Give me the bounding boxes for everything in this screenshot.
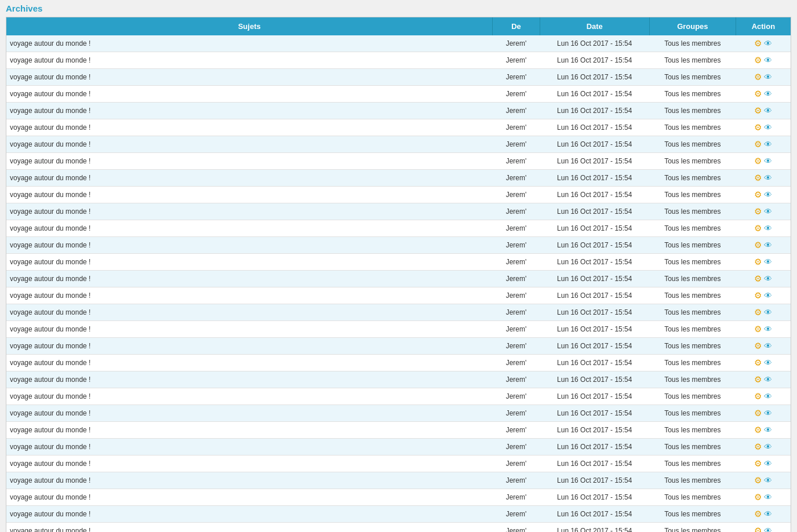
gear-icon[interactable]: ⚙	[754, 156, 762, 166]
gear-icon[interactable]: ⚙	[754, 374, 762, 385]
table-row: voyage autour du monde !Jerem'Lun 16 Oct…	[6, 271, 791, 287]
eye-icon[interactable]: 👁	[764, 526, 772, 532]
cell-date: Lun 16 Oct 2017 - 15:54	[540, 523, 649, 533]
cell-de: Jerem'	[493, 287, 540, 304]
eye-icon[interactable]: 👁	[764, 224, 772, 233]
eye-icon[interactable]: 👁	[764, 291, 772, 300]
eye-icon[interactable]: 👁	[764, 375, 772, 384]
gear-icon[interactable]: ⚙	[754, 206, 762, 217]
eye-icon[interactable]: 👁	[764, 39, 772, 48]
gear-icon[interactable]: ⚙	[754, 223, 762, 234]
table-container: Sujets De Date Groupes Action voyage aut…	[6, 17, 791, 532]
gear-icon[interactable]: ⚙	[754, 122, 762, 133]
gear-icon[interactable]: ⚙	[754, 240, 762, 250]
eye-icon[interactable]: 👁	[764, 341, 772, 351]
table-header-row: Sujets De Date Groupes Action	[6, 17, 791, 35]
table-row: voyage autour du monde !Jerem'Lun 16 Oct…	[6, 422, 791, 439]
eye-icon[interactable]: 👁	[764, 442, 772, 451]
gear-icon[interactable]: ⚙	[754, 475, 762, 486]
gear-icon[interactable]: ⚙	[754, 458, 762, 469]
table-row: voyage autour du monde !Jerem'Lun 16 Oct…	[6, 103, 791, 119]
gear-icon[interactable]: ⚙	[754, 139, 762, 150]
cell-de: Jerem'	[493, 321, 540, 338]
table-row: voyage autour du monde !Jerem'Lun 16 Oct…	[6, 506, 791, 523]
eye-icon[interactable]: 👁	[764, 493, 772, 502]
table-row: voyage autour du monde !Jerem'Lun 16 Oct…	[6, 35, 791, 52]
eye-icon[interactable]: 👁	[764, 425, 772, 435]
cell-de: Jerem'	[493, 472, 540, 489]
cell-de: Jerem'	[493, 69, 540, 86]
cell-groupes: Tous les membres	[649, 103, 736, 119]
gear-icon[interactable]: ⚙	[754, 55, 762, 65]
gear-icon[interactable]: ⚙	[754, 509, 762, 519]
cell-sujets: voyage autour du monde !	[6, 472, 493, 489]
cell-de: Jerem'	[493, 523, 540, 533]
eye-icon[interactable]: 👁	[764, 392, 772, 401]
eye-icon[interactable]: 👁	[764, 123, 772, 132]
eye-icon[interactable]: 👁	[764, 89, 772, 99]
table-row: voyage autour du monde !Jerem'Lun 16 Oct…	[6, 523, 791, 533]
cell-de: Jerem'	[493, 456, 540, 472]
cell-sujets: voyage autour du monde !	[6, 321, 493, 338]
eye-icon[interactable]: 👁	[764, 274, 772, 283]
cell-sujets: voyage autour du monde !	[6, 287, 493, 304]
col-header-groupes: Groupes	[649, 17, 736, 35]
eye-icon[interactable]: 👁	[764, 207, 772, 216]
cell-de: Jerem'	[493, 237, 540, 254]
eye-icon[interactable]: 👁	[764, 106, 772, 115]
eye-icon[interactable]: 👁	[764, 509, 772, 519]
gear-icon[interactable]: ⚙	[754, 324, 762, 334]
gear-icon[interactable]: ⚙	[754, 38, 762, 49]
gear-icon[interactable]: ⚙	[754, 89, 762, 99]
eye-icon[interactable]: 👁	[764, 257, 772, 267]
gear-icon[interactable]: ⚙	[754, 173, 762, 183]
cell-sujets: voyage autour du monde !	[6, 220, 493, 237]
eye-icon[interactable]: 👁	[764, 140, 772, 149]
cell-sujets: voyage autour du monde !	[6, 254, 493, 271]
cell-sujets: voyage autour du monde !	[6, 136, 493, 153]
gear-icon[interactable]: ⚙	[754, 492, 762, 502]
cell-action: ⚙👁	[736, 187, 791, 203]
table-row: voyage autour du monde !Jerem'Lun 16 Oct…	[6, 371, 791, 388]
gear-icon[interactable]: ⚙	[754, 358, 762, 368]
eye-icon[interactable]: 👁	[764, 173, 772, 183]
eye-icon[interactable]: 👁	[764, 56, 772, 65]
cell-de: Jerem'	[493, 203, 540, 220]
cell-action: ⚙👁	[736, 86, 791, 103]
cell-groupes: Tous les membres	[649, 405, 736, 422]
gear-icon[interactable]: ⚙	[754, 425, 762, 435]
cell-groupes: Tous les membres	[649, 237, 736, 254]
table-row: voyage autour du monde !Jerem'Lun 16 Oct…	[6, 52, 791, 69]
eye-icon[interactable]: 👁	[764, 476, 772, 485]
table-row: voyage autour du monde !Jerem'Lun 16 Oct…	[6, 355, 791, 371]
eye-icon[interactable]: 👁	[764, 156, 772, 166]
gear-icon[interactable]: ⚙	[754, 257, 762, 267]
table-row: voyage autour du monde !Jerem'Lun 16 Oct…	[6, 136, 791, 153]
gear-icon[interactable]: ⚙	[754, 274, 762, 284]
cell-groupes: Tous les membres	[649, 321, 736, 338]
gear-icon[interactable]: ⚙	[754, 442, 762, 452]
gear-icon[interactable]: ⚙	[754, 391, 762, 402]
eye-icon[interactable]: 👁	[764, 308, 772, 317]
gear-icon[interactable]: ⚙	[754, 526, 762, 532]
cell-de: Jerem'	[493, 304, 540, 321]
eye-icon[interactable]: 👁	[764, 358, 772, 367]
cell-date: Lun 16 Oct 2017 - 15:54	[540, 456, 649, 472]
eye-icon[interactable]: 👁	[764, 459, 772, 468]
cell-sujets: voyage autour du monde !	[6, 439, 493, 456]
gear-icon[interactable]: ⚙	[754, 290, 762, 301]
eye-icon[interactable]: 👁	[764, 72, 772, 82]
eye-icon[interactable]: 👁	[764, 325, 772, 334]
cell-action: ⚙👁	[736, 523, 791, 533]
gear-icon[interactable]: ⚙	[754, 105, 762, 116]
eye-icon[interactable]: 👁	[764, 409, 772, 418]
cell-sujets: voyage autour du monde !	[6, 103, 493, 119]
table-row: voyage autour du monde !Jerem'Lun 16 Oct…	[6, 287, 791, 304]
eye-icon[interactable]: 👁	[764, 190, 772, 199]
gear-icon[interactable]: ⚙	[754, 307, 762, 318]
gear-icon[interactable]: ⚙	[754, 341, 762, 351]
gear-icon[interactable]: ⚙	[754, 72, 762, 82]
eye-icon[interactable]: 👁	[764, 241, 772, 250]
gear-icon[interactable]: ⚙	[754, 190, 762, 200]
gear-icon[interactable]: ⚙	[754, 408, 762, 418]
